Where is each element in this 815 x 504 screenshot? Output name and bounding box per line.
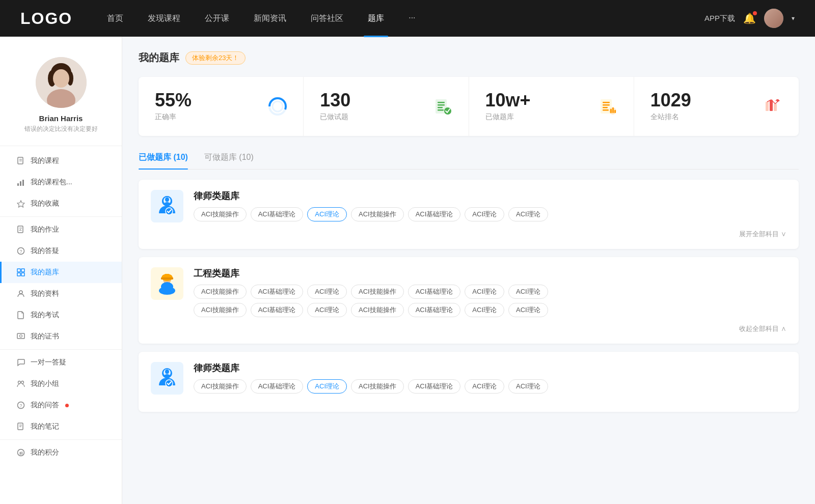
lawyer-1-icon bbox=[151, 190, 183, 222]
stat-info-done-questions: 130 已做试题 bbox=[320, 91, 425, 122]
svg-rect-54 bbox=[774, 104, 777, 111]
bank-tag[interactable]: ACI理论 bbox=[508, 379, 548, 394]
sidebar-item-one-on-one[interactable]: 一对一答疑 bbox=[0, 352, 122, 373]
tab-available-banks[interactable]: 可做题库 (10) bbox=[204, 148, 254, 169]
bank-tag[interactable]: ACI理论 bbox=[307, 207, 347, 221]
bank-tag[interactable]: ACI理论 bbox=[508, 285, 548, 299]
nav-qa[interactable]: 问答社区 bbox=[307, 11, 347, 26]
bank-tag[interactable]: ACI理论 bbox=[508, 303, 548, 317]
sidebar-item-my-materials[interactable]: 我的资料 bbox=[0, 283, 122, 304]
nav-discover[interactable]: 发现课程 bbox=[144, 11, 184, 26]
bank-content-lawyer-1: 律师类题库 ACI技能操作ACI基础理论ACI理论ACI技能操作ACI基础理论A… bbox=[194, 190, 786, 221]
sidebar-label-my-certificates: 我的证书 bbox=[31, 332, 59, 341]
expand-link-engineer[interactable]: 收起全部科目 ∧ bbox=[151, 324, 786, 333]
sidebar-divider-3 bbox=[0, 439, 122, 440]
notification-bell[interactable]: 🔔 bbox=[743, 12, 756, 24]
sidebar-avatar bbox=[36, 57, 87, 108]
user-avatar[interactable] bbox=[764, 9, 783, 28]
bank-tag[interactable]: ACI技能操作 bbox=[194, 207, 247, 221]
bank-tag[interactable]: ACI基础理论 bbox=[408, 303, 461, 317]
bank-tag[interactable]: ACI基础理论 bbox=[251, 207, 304, 221]
svg-rect-51 bbox=[614, 110, 616, 113]
sidebar-label-my-points: 我的积分 bbox=[31, 448, 59, 457]
svg-rect-20 bbox=[17, 273, 20, 276]
stat-card-done-questions: 130 已做试题 bbox=[304, 77, 469, 136]
nav-home[interactable]: 首页 bbox=[103, 11, 127, 26]
bank-tag[interactable]: ACI理论 bbox=[465, 207, 504, 221]
bank-tag[interactable]: ACI理论 bbox=[307, 303, 347, 317]
svg-rect-50 bbox=[612, 107, 614, 113]
sidebar-profile: Brian Harris 错误的决定比没有决定要好 bbox=[0, 49, 122, 146]
sidebar-item-my-favorites[interactable]: 我的收藏 bbox=[0, 193, 122, 214]
sidebar-divider-1 bbox=[0, 216, 122, 217]
nav-question-bank[interactable]: 题库 bbox=[364, 11, 388, 26]
svg-rect-10 bbox=[17, 183, 19, 186]
svg-rect-40 bbox=[438, 107, 443, 108]
svg-point-25 bbox=[18, 381, 21, 384]
bank-tag[interactable]: ACI理论 bbox=[465, 379, 504, 394]
sidebar-item-my-packages[interactable]: 我的课程包... bbox=[0, 172, 122, 193]
bank-tag[interactable]: ACI技能操作 bbox=[194, 303, 247, 317]
nav-news[interactable]: 新闻资讯 bbox=[250, 11, 290, 26]
bank-content-lawyer-2: 律师类题库 ACI技能操作ACI基础理论ACI理论ACI技能操作ACI基础理论A… bbox=[194, 362, 786, 394]
svg-rect-46 bbox=[603, 107, 608, 108]
bank-tag[interactable]: ACI技能操作 bbox=[194, 285, 247, 299]
question-icon: ? bbox=[16, 246, 25, 256]
sidebar-item-my-courses[interactable]: 我的课程 bbox=[0, 150, 122, 172]
app-download-button[interactable]: APP下载 bbox=[704, 14, 735, 23]
svg-rect-49 bbox=[610, 109, 612, 113]
bank-tag[interactable]: ACI基础理论 bbox=[408, 379, 461, 394]
sidebar-divider-2 bbox=[0, 349, 122, 350]
bank-tag[interactable]: ACI理论 bbox=[465, 303, 504, 317]
bank-header-lawyer-2: 律师类题库 ACI技能操作ACI基础理论ACI理论ACI技能操作ACI基础理论A… bbox=[151, 362, 786, 395]
sidebar-label-my-courses: 我的课程 bbox=[31, 156, 59, 165]
sidebar-item-my-exams[interactable]: 我的考试 bbox=[0, 304, 122, 326]
bank-tag[interactable]: ACI理论 bbox=[307, 379, 347, 394]
bank-tag[interactable]: ACI基础理论 bbox=[251, 379, 304, 394]
bank-tag[interactable]: ACI技能操作 bbox=[194, 379, 247, 394]
bank-content-engineer: 工程类题库 ACI技能操作ACI基础理论ACI理论ACI技能操作ACI基础理论A… bbox=[194, 267, 786, 317]
user-menu-chevron[interactable]: ▾ bbox=[792, 15, 795, 22]
nav-open-course[interactable]: 公开课 bbox=[201, 11, 233, 26]
svg-point-70 bbox=[165, 370, 169, 374]
svg-rect-12 bbox=[22, 180, 24, 186]
sidebar-item-my-notes[interactable]: 我的笔记 bbox=[0, 416, 122, 437]
edit-icon bbox=[16, 225, 25, 234]
svg-text:?: ? bbox=[19, 403, 22, 408]
sidebar-item-my-homework[interactable]: 我的作业 bbox=[0, 219, 122, 240]
trial-badge[interactable]: 体验剩余23天！ bbox=[185, 51, 246, 65]
sidebar-item-my-points[interactable]: 积 我的积分 bbox=[0, 442, 122, 463]
bank-tag[interactable]: ACI理论 bbox=[508, 207, 548, 221]
bank-tag[interactable]: ACI基础理论 bbox=[408, 285, 461, 299]
star-icon bbox=[16, 199, 25, 208]
logo[interactable]: LOGO bbox=[20, 9, 72, 28]
bank-tag[interactable]: ACI技能操作 bbox=[351, 207, 404, 221]
sidebar-item-my-group[interactable]: 我的小组 bbox=[0, 373, 122, 395]
bank-tag[interactable]: ACI基础理论 bbox=[251, 285, 304, 299]
sidebar-user-motto: 错误的决定比没有决定要好 bbox=[24, 125, 98, 133]
sidebar-user-name: Brian Harris bbox=[39, 114, 83, 123]
nav-more[interactable]: ··· bbox=[404, 11, 419, 26]
bank-tag[interactable]: ACI技能操作 bbox=[351, 303, 404, 317]
bank-tag[interactable]: ACI理论 bbox=[465, 285, 504, 299]
sidebar-item-my-questions[interactable]: ? 我的答疑 bbox=[0, 240, 122, 262]
bank-tag[interactable]: ACI理论 bbox=[307, 285, 347, 299]
bank-header-lawyer-1: 律师类题库 ACI技能操作ACI基础理论ACI理论ACI技能操作ACI基础理论A… bbox=[151, 190, 786, 222]
sidebar-label-my-questions: 我的答疑 bbox=[31, 246, 59, 256]
sidebar-item-my-bank[interactable]: 我的题库 bbox=[0, 262, 122, 283]
bank-title-lawyer-2: 律师类题库 bbox=[194, 362, 786, 374]
expand-lawyer-1: 展开全部科目 ∨ bbox=[151, 230, 786, 239]
svg-point-26 bbox=[21, 381, 24, 384]
bank-tag[interactable]: ACI技能操作 bbox=[351, 379, 404, 394]
bank-tag[interactable]: ACI技能操作 bbox=[351, 285, 404, 299]
bank-tag[interactable]: ACI基础理论 bbox=[408, 207, 461, 221]
sidebar-item-my-certificates[interactable]: 我的证书 bbox=[0, 326, 122, 347]
expand-link-lawyer-1[interactable]: 展开全部科目 ∨ bbox=[151, 230, 786, 239]
navbar: LOGO 首页 发现课程 公开课 新闻资讯 问答社区 题库 ··· APP下载 … bbox=[0, 0, 815, 37]
sidebar-item-my-qa[interactable]: ? 我的问答 bbox=[0, 395, 122, 416]
svg-point-67 bbox=[161, 282, 173, 291]
tab-done-banks[interactable]: 已做题库 (10) bbox=[139, 148, 188, 169]
bank-tag[interactable]: ACI基础理论 bbox=[251, 303, 304, 317]
stat-label-done-questions: 已做试题 bbox=[320, 113, 425, 122]
score-icon: 积 bbox=[16, 448, 25, 457]
